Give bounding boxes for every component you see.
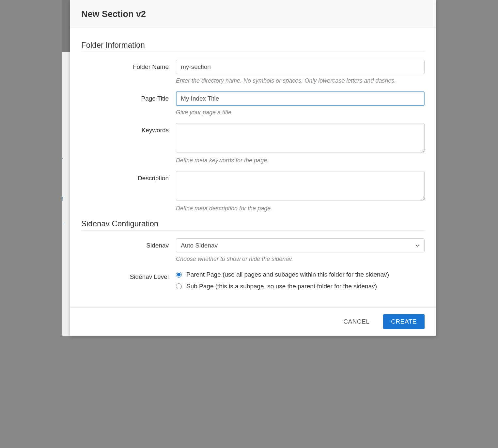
modal-header: New Section v2 [70,0,436,27]
help-description: Define meta description for the page. [176,205,425,212]
label-description: Description [81,171,176,182]
create-button[interactable]: CREATE [383,314,425,329]
description-textarea[interactable] [176,171,425,200]
section-heading-sidenav: Sidenav Configuration [81,219,425,231]
radio-item-sub[interactable]: Sub Page (this is a subpage, so use the … [176,283,425,290]
modal-body: Folder Information Folder Name Enter the… [70,27,436,307]
radio-parent-page[interactable] [176,272,182,278]
keywords-textarea[interactable] [176,123,425,152]
sidenav-level-radio-group: Parent Page (use all pages and subages w… [176,270,425,290]
form-row-page-title: Page Title Give your page a title. [81,91,425,116]
form-row-folder-name: Folder Name Enter the directory name. No… [81,60,425,84]
help-keywords: Define meta keywords for the page. [176,157,425,164]
label-folder-name: Folder Name [81,60,176,71]
modal-title: New Section v2 [81,9,425,19]
modal-footer: CANCEL CREATE [70,307,436,336]
new-section-modal: New Section v2 Folder Information Folder… [70,0,436,336]
label-sidenav-level: Sidenav Level [81,270,176,280]
background-page-fragment: s k. jif e. [62,0,70,336]
cancel-button[interactable]: CANCEL [335,314,377,329]
help-folder-name: Enter the directory name. No symbols or … [176,77,425,84]
radio-sub-page[interactable] [176,283,182,289]
label-sidenav: Sidenav [81,238,176,249]
radio-item-parent[interactable]: Parent Page (use all pages and subages w… [176,271,425,278]
radio-label-sub[interactable]: Sub Page (this is a subpage, so use the … [186,283,377,290]
section-heading-folder: Folder Information [81,40,425,52]
help-page-title: Give your page a title. [176,109,425,116]
form-row-keywords: Keywords Define meta keywords for the pa… [81,123,425,164]
label-keywords: Keywords [81,123,176,134]
form-row-sidenav-level: Sidenav Level Parent Page (use all pages… [81,270,425,295]
form-row-sidenav: Sidenav Auto Sidenav Choose whether to s… [81,238,425,263]
folder-name-input[interactable] [176,60,425,74]
form-row-description: Description Define meta description for … [81,171,425,212]
radio-label-parent[interactable]: Parent Page (use all pages and subages w… [186,271,389,278]
sidenav-select[interactable]: Auto Sidenav [176,238,425,252]
help-sidenav: Choose whether to show or hide the siden… [176,256,425,263]
label-page-title: Page Title [81,91,176,102]
page-title-input[interactable] [176,91,425,106]
